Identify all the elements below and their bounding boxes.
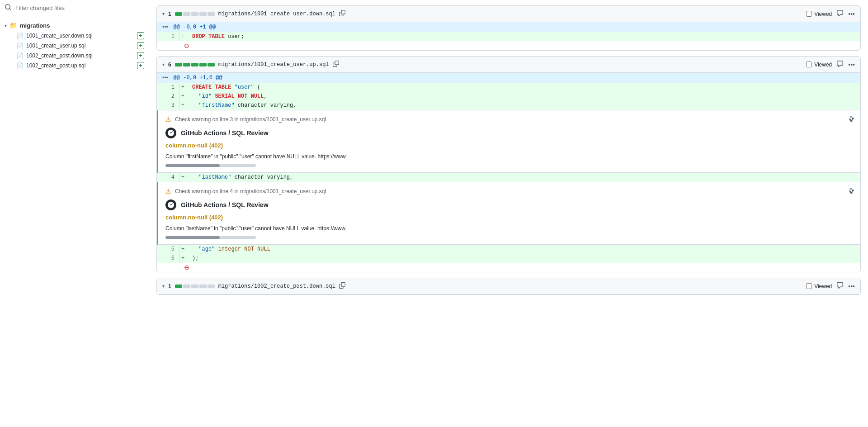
- diff-bar-segment: [199, 285, 207, 288]
- diff-file-header: ▾ 1 migrations/1002_create_post.down.sql: [157, 278, 860, 294]
- diff-bar-segment: [208, 63, 215, 66]
- file-name: 1001_create_user.up.sql: [26, 43, 85, 49]
- viewed-checkbox-input[interactable]: [806, 283, 812, 289]
- diff-bar-segment: [183, 12, 190, 16]
- annotation-message: Column "firstName" in "public"."user" ca…: [165, 152, 853, 161]
- diff-line-added: 3 + "firstName" character varying,: [157, 101, 860, 110]
- file-filter-search[interactable]: [0, 0, 149, 16]
- annotation-scrollbar[interactable]: [165, 164, 256, 167]
- comment-button[interactable]: [836, 9, 844, 18]
- file-item[interactable]: 📄 1002_create_post.down.sql +: [0, 51, 149, 61]
- line-content: );: [189, 254, 860, 263]
- folder-name: migrations: [20, 22, 50, 29]
- file-item[interactable]: 📄 1002_create_post.up.sql +: [0, 61, 149, 71]
- viewed-label: Viewed: [814, 11, 832, 17]
- viewed-checkbox[interactable]: Viewed: [806, 283, 832, 289]
- diff-line-added: 6 + );: [157, 254, 860, 263]
- diff-bar: [175, 285, 215, 288]
- file-icon: 📄: [16, 43, 24, 49]
- hunk-range: @@ -0,0 +1,6 @@: [174, 75, 222, 81]
- line-sign: +: [179, 101, 189, 110]
- copy-icon[interactable]: [339, 282, 345, 290]
- hunk-header: ••• @@ -0,0 +1 @@: [157, 22, 860, 32]
- line-number: 4: [157, 173, 179, 182]
- github-actions-logo: [165, 128, 176, 138]
- diff-line-count: 1: [168, 11, 171, 17]
- collapse-chevron-icon[interactable]: ▾: [162, 62, 165, 67]
- pin-icon[interactable]: [849, 116, 855, 123]
- viewed-checkbox-input[interactable]: [806, 62, 812, 67]
- diff-bar-segment: [175, 12, 182, 16]
- viewed-checkbox-input[interactable]: [806, 11, 812, 17]
- line-sign: +: [179, 245, 189, 254]
- viewed-label: Viewed: [814, 283, 832, 289]
- annotation-warning-text: Check warning on line 4 in migrations/10…: [175, 188, 326, 195]
- folder-migrations[interactable]: ▾ 📁 migrations: [0, 20, 149, 31]
- more-options-button[interactable]: •••: [848, 10, 855, 18]
- collapse-chevron-icon[interactable]: ▾: [162, 284, 165, 289]
- annotation-scrollbar[interactable]: [165, 236, 256, 239]
- file-item[interactable]: 📄 1001_create_user.up.sql +: [0, 41, 149, 51]
- annotation-header: ⚠ Check warning on line 4 in migrations/…: [165, 188, 853, 195]
- file-status-badge: +: [137, 62, 144, 69]
- file-status-badge: +: [137, 52, 144, 59]
- diff-bar-segment: [199, 63, 207, 66]
- hunk-header: ••• @@ -0,0 +1,6 @@: [157, 73, 860, 83]
- diff-filename: migrations/1001_create_user.down.sql: [218, 11, 335, 17]
- diff-file-header: ▾ 1 migrations/1001_create_user.down.sql: [157, 6, 860, 22]
- diff-filename: migrations/1001_create_user.up.sql: [218, 62, 329, 68]
- annotation-block: ⚠ Check warning on line 3 in migrations/…: [157, 110, 860, 173]
- comment-button[interactable]: [836, 282, 844, 290]
- file-status-badge: +: [137, 42, 144, 49]
- diff-bar-segment: [175, 63, 182, 66]
- minus-circle-icon[interactable]: ⊖: [184, 41, 860, 50]
- line-number: 5: [157, 245, 179, 254]
- expand-button[interactable]: •••: [162, 24, 168, 30]
- diff-bar: [175, 63, 215, 66]
- line-number: 2: [157, 92, 179, 101]
- search-icon: [5, 4, 12, 12]
- line-content: "firstName" character varying,: [189, 101, 860, 110]
- line-number: 1: [157, 83, 179, 92]
- annotation-rule[interactable]: column.no-null (402): [165, 214, 853, 221]
- line-content: CREATE TABLE "user" (: [189, 83, 860, 92]
- diff-bar-segment: [208, 12, 215, 16]
- folder-chevron-icon: ▾: [5, 23, 7, 28]
- minus-circle-icon[interactable]: ⊖: [184, 263, 860, 272]
- pin-icon[interactable]: [849, 188, 855, 195]
- copy-icon[interactable]: [333, 61, 339, 68]
- diff-bar-segment: [191, 285, 198, 288]
- file-icon: 📄: [16, 33, 24, 39]
- annotation-message: Column "lastName" in "public"."user" can…: [165, 224, 853, 232]
- diff-line-added: 5 + "age" integer NOT NULL: [157, 245, 860, 254]
- line-sign: +: [179, 92, 189, 101]
- line-content: "id" SERIAL NOT NULL,: [189, 92, 860, 101]
- copy-icon[interactable]: [339, 10, 345, 18]
- line-number: 6: [157, 254, 179, 263]
- more-options-button[interactable]: •••: [848, 61, 855, 68]
- expand-button[interactable]: •••: [162, 75, 168, 81]
- diff-bar-segment: [191, 12, 198, 16]
- viewed-checkbox[interactable]: Viewed: [806, 62, 832, 68]
- warning-icon: ⚠: [165, 116, 171, 123]
- diff-bar-segment: [191, 63, 198, 66]
- line-content: DROP TABLE user;: [189, 32, 860, 41]
- annotation-header: ⚠ Check warning on line 3 in migrations/…: [165, 116, 853, 123]
- comment-button[interactable]: [836, 60, 844, 69]
- file-item[interactable]: 📄 1001_create_user.down.sql +: [0, 31, 149, 41]
- diff-line-added: 1 + DROP TABLE user;: [157, 32, 860, 41]
- diff-file-header: ▾ 6 migrations/1001_create_user.up.sql: [157, 57, 860, 73]
- line-content: "age" integer NOT NULL: [189, 245, 860, 254]
- diff-content: ••• @@ -0,0 +1,6 @@ 1 + CREATE TABLE "us…: [157, 73, 860, 272]
- more-options-button[interactable]: •••: [848, 283, 855, 290]
- annotation-rule[interactable]: column.no-null (402): [165, 142, 853, 149]
- diff-bar: [175, 12, 215, 16]
- diff-file-block: ▾ 1 migrations/1002_create_post.down.sql: [156, 278, 861, 295]
- collapse-chevron-icon[interactable]: ▾: [162, 11, 165, 16]
- diff-bar-segment: [183, 63, 190, 66]
- viewed-checkbox[interactable]: Viewed: [806, 11, 832, 17]
- filter-input[interactable]: [15, 5, 144, 11]
- annotation-title-row: GitHub Actions / SQL Review: [165, 199, 853, 210]
- annotation-app-name: GitHub Actions / SQL Review: [181, 129, 269, 137]
- diff-line-added: 2 + "id" SERIAL NOT NULL,: [157, 92, 860, 101]
